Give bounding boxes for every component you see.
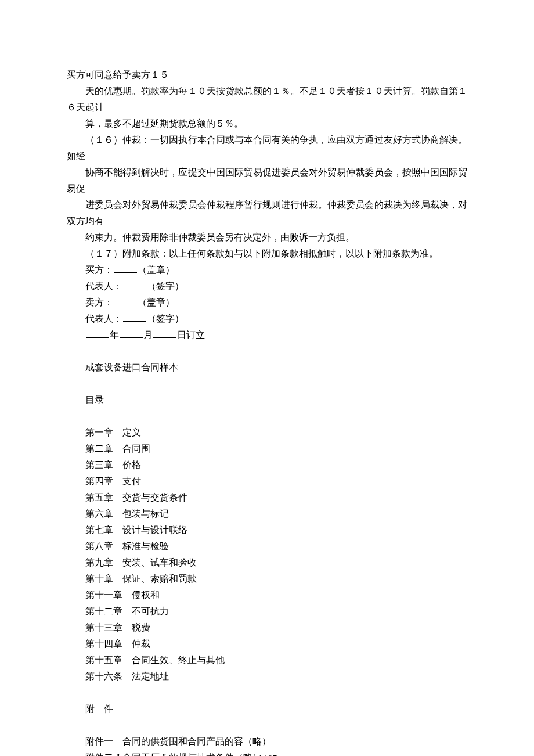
toc-item: 第十一章 侵权和 <box>67 587 467 603</box>
toc-item: 第八章 标准与检验 <box>67 538 467 555</box>
page-number: 4 / 27 <box>0 751 534 756</box>
blank-underline <box>86 329 109 338</box>
annex-title: 附 件 <box>67 701 467 717</box>
document-page: 买方可同意给予卖方１５ 天的优惠期。罚款率为每１０天按货款总额的１％。不足１０天… <box>0 0 534 756</box>
month-label: 月 <box>143 330 153 340</box>
spacer <box>67 376 467 392</box>
toc-item: 第六章 包装与标记 <box>67 506 467 522</box>
toc-item: 第七章 设计与设计联络 <box>67 522 467 538</box>
toc-item: 第十五章 合同生效、终止与其他 <box>67 652 467 668</box>
seller-label: 卖方： <box>85 297 113 307</box>
seller-line: 卖方：（盖章） <box>67 294 467 311</box>
blank-underline <box>123 280 146 289</box>
spacer <box>67 408 467 424</box>
paragraph: 进委员会对外贸易仲裁委员会仲裁程序暂行规则进行仲裁。仲裁委员会的裁决为终局裁决，… <box>67 197 467 229</box>
sample-title: 成套设备进口合同样本 <box>67 359 467 376</box>
toc-item: 第二章 合同围 <box>67 441 467 457</box>
blank-underline <box>114 296 137 305</box>
toc-item: 第十章 保证、索赔和罚款 <box>67 571 467 587</box>
toc-item: 第十四章 仲裁 <box>67 636 467 652</box>
paragraph: 约束力。仲裁费用除非仲裁委员会另有决定外，由败诉一方负担。 <box>67 229 467 246</box>
spacer <box>67 717 467 733</box>
paragraph: 协商不能得到解决时，应提交中国国际贸易促进委员会对外贸易仲裁委员会，按照中国国际… <box>67 164 467 197</box>
toc-item: 第十二章 不可抗力 <box>67 603 467 620</box>
toc-title: 目录 <box>67 392 467 408</box>
sign-label: （签字） <box>147 314 184 323</box>
toc-item: 第四章 支付 <box>67 473 467 489</box>
rep-label: 代表人： <box>85 281 122 291</box>
paragraph: （１６）仲裁：一切因执行本合同或与本合同有关的争执，应由双方通过友好方式协商解决… <box>67 132 467 164</box>
paragraph: 天的优惠期。罚款率为每１０天按货款总额的１％。不足１０天者按１０天计算。罚款自第… <box>67 83 467 116</box>
buyer-line: 买方：（盖章） <box>67 262 467 278</box>
annex-item: 附件一 合同的供货围和合同产品的容（略） <box>67 733 467 750</box>
toc-item: 第三章 价格 <box>67 457 467 473</box>
paragraph: 买方可同意给予卖方１５ <box>67 67 467 83</box>
paragraph: （１７）附加条款：以上任何条款如与以下附加条款相抵触时，以以下附加条款为准。 <box>67 246 467 262</box>
rep-line: 代表人：（签字） <box>67 311 467 327</box>
toc-item: 第十六条 法定地址 <box>67 668 467 685</box>
rep-label: 代表人： <box>85 314 122 323</box>
blank-underline <box>114 264 137 273</box>
day-label: 日订立 <box>177 330 205 340</box>
blank-underline <box>153 329 176 338</box>
toc-item: 第五章 交货与交货条件 <box>67 489 467 506</box>
toc-item: 第十三章 税费 <box>67 620 467 636</box>
toc-item: 第一章 定义 <box>67 424 467 441</box>
toc-item: 第九章 安装、试车和验收 <box>67 555 467 571</box>
date-line: 年月日订立 <box>67 327 467 343</box>
spacer <box>67 685 467 701</box>
paragraph: 算，最多不超过延期货款总额的５％。 <box>67 116 467 132</box>
year-label: 年 <box>110 330 119 340</box>
spacer <box>67 343 467 359</box>
stamp-label: （盖章） <box>138 297 175 307</box>
buyer-label: 买方： <box>85 265 113 275</box>
blank-underline <box>123 312 146 322</box>
sign-label: （签字） <box>147 281 184 291</box>
rep-line: 代表人：（签字） <box>67 278 467 294</box>
blank-underline <box>120 329 143 338</box>
stamp-label: （盖章） <box>138 265 175 275</box>
